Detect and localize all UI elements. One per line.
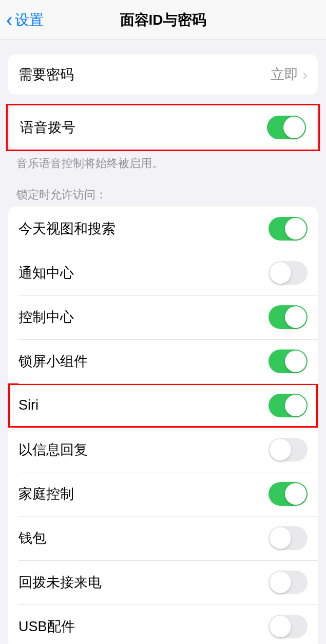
locked-item-toggle[interactable] (269, 394, 308, 417)
locked-item-row: Siri (8, 383, 318, 428)
require-passcode-row[interactable]: 需要密码 立即 › (8, 54, 318, 95)
locked-item-label: 回拨未接来电 (18, 573, 102, 592)
chevron-right-icon: › (302, 66, 308, 83)
locked-item-toggle[interactable] (269, 305, 308, 329)
nav-header: ‹ 设置 面容ID与密码 (0, 0, 326, 40)
locked-item-label: 锁屏小组件 (18, 352, 88, 371)
highlight-annotation: 语音拨号 (6, 104, 320, 151)
voice-dial-row: 语音拨号 (10, 105, 316, 150)
locked-item-row: 家庭控制 (8, 472, 318, 516)
locked-item-label: 钱包 (18, 529, 46, 547)
locked-item-label: 控制中心 (18, 308, 74, 326)
locked-item-row: 今天视图和搜索 (8, 207, 318, 251)
locked-item-toggle[interactable] (269, 261, 308, 285)
locked-item-row: 锁屏小组件 (8, 339, 318, 383)
locked-item-toggle[interactable] (269, 217, 308, 241)
require-passcode-value: 立即 (271, 65, 298, 84)
chevron-left-icon: ‹ (6, 10, 13, 30)
row-right: 立即 › (271, 65, 308, 84)
locked-item-toggle[interactable] (269, 571, 308, 594)
back-button[interactable]: ‹ 设置 (0, 10, 44, 30)
locked-item-label: 以信息回复 (18, 440, 88, 459)
toggle-knob (285, 395, 306, 416)
locked-access-header: 锁定时允许访问： (16, 187, 310, 203)
locked-item-row: 回拨未接来电 (8, 560, 318, 604)
locked-item-toggle[interactable] (269, 615, 308, 638)
toggle-knob (270, 439, 291, 461)
locked-access-group: 今天视图和搜索通知中心控制中心锁屏小组件Siri以信息回复家庭控制钱包回拨未接来… (8, 207, 318, 644)
locked-item-row: USB配件 (8, 604, 318, 644)
locked-item-label: USB配件 (18, 617, 75, 636)
locked-item-toggle[interactable] (269, 482, 308, 506)
toggle-knob (285, 306, 306, 328)
toggle-knob (283, 117, 305, 138)
voice-dial-label: 语音拨号 (20, 118, 75, 137)
locked-item-label: 今天视图和搜索 (18, 219, 116, 238)
page-title: 面容ID与密码 (0, 10, 326, 30)
toggle-knob (270, 572, 291, 593)
toggle-knob (270, 262, 291, 284)
locked-item-label: 家庭控制 (18, 485, 74, 503)
back-label: 设置 (15, 10, 44, 30)
locked-item-row: 通知中心 (8, 251, 318, 295)
voice-dial-toggle[interactable] (267, 116, 306, 139)
toggle-knob (270, 527, 291, 549)
voice-dial-group: 语音拨号 (10, 105, 316, 150)
locked-item-row: 以信息回复 (8, 428, 318, 472)
locked-item-toggle[interactable] (269, 349, 308, 373)
toggle-knob (285, 218, 306, 240)
locked-item-label: Siri (18, 397, 39, 413)
locked-item-row: 钱包 (8, 516, 318, 560)
toggle-knob (285, 483, 306, 505)
locked-item-toggle[interactable] (269, 438, 308, 462)
voice-dial-footer: 音乐语音控制将始终被启用。 (16, 156, 310, 172)
locked-item-label: 通知中心 (18, 264, 74, 282)
toggle-knob (285, 351, 306, 372)
require-passcode-label: 需要密码 (18, 65, 74, 84)
toggle-knob (270, 616, 291, 637)
locked-item-toggle[interactable] (269, 526, 308, 550)
require-passcode-group: 需要密码 立即 › (8, 54, 318, 95)
locked-item-row: 控制中心 (8, 295, 318, 339)
